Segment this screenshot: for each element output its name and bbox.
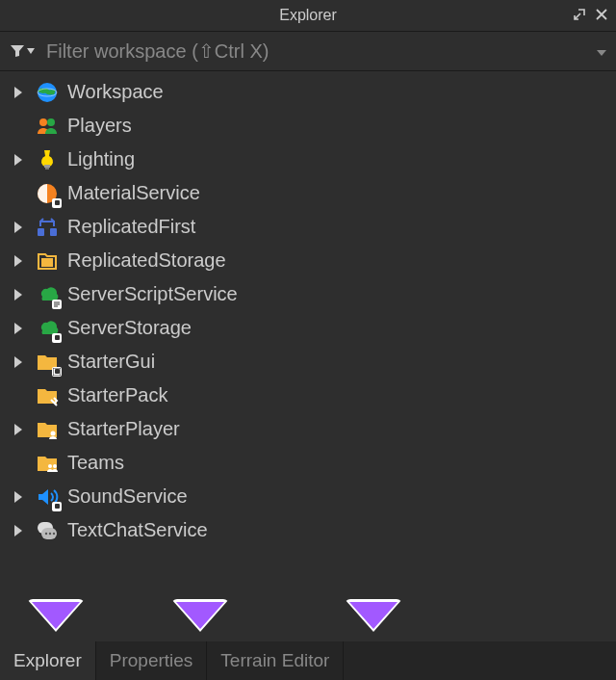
tree-item-replicatedstorage[interactable]: ReplicatedStorage bbox=[0, 244, 616, 277]
tree-item-label: Players bbox=[67, 115, 132, 137]
tree-item-label: ServerScriptService bbox=[67, 283, 238, 305]
svg-rect-11 bbox=[53, 368, 61, 376]
sound-service-icon bbox=[35, 484, 60, 510]
tree-item-label: SoundService bbox=[67, 485, 188, 508]
arrow-icon bbox=[345, 599, 402, 632]
tree-item-materialservice[interactable]: MaterialService bbox=[0, 176, 616, 210]
svg-point-13 bbox=[48, 464, 52, 468]
tree-item-label: StarterGui bbox=[67, 351, 155, 373]
tree-item-serverstorage[interactable]: ServerStorage bbox=[0, 311, 616, 345]
server-storage-icon bbox=[35, 316, 60, 341]
lighting-icon bbox=[35, 147, 60, 172]
tree-item-startergui[interactable]: StarterGui bbox=[0, 345, 616, 379]
svg-rect-9 bbox=[41, 258, 53, 267]
expand-toggle[interactable] bbox=[10, 424, 27, 435]
svg-point-18 bbox=[49, 532, 51, 534]
svg-rect-4 bbox=[44, 165, 50, 168]
material-service-icon bbox=[35, 181, 60, 206]
tree-item-players[interactable]: Players bbox=[0, 109, 616, 143]
workspace-icon bbox=[35, 80, 60, 105]
tab-terrain-editor[interactable]: Terrain Editor bbox=[207, 641, 344, 680]
tree-item-workspace[interactable]: Workspace bbox=[0, 75, 616, 109]
filter-icon[interactable] bbox=[10, 43, 35, 59]
svg-point-19 bbox=[53, 532, 55, 534]
tree-item-teams[interactable]: Teams bbox=[0, 446, 616, 480]
tab-bar: ExplorerPropertiesTerrain Editor bbox=[0, 641, 616, 680]
teams-icon bbox=[35, 451, 60, 476]
filter-row: Filter workspace (⇧Ctrl X) bbox=[0, 32, 616, 70]
replicated-first-icon bbox=[35, 215, 60, 240]
tree-item-label: MaterialService bbox=[67, 182, 200, 204]
expand-toggle[interactable] bbox=[10, 289, 27, 301]
expand-toggle[interactable] bbox=[10, 525, 27, 536]
tab-explorer[interactable]: Explorer bbox=[0, 641, 96, 680]
svg-point-14 bbox=[53, 464, 57, 468]
chevron-right-icon bbox=[14, 424, 22, 435]
tree-item-starterpack[interactable]: StarterPack bbox=[0, 379, 616, 412]
chevron-right-icon bbox=[14, 87, 22, 98]
expand-toggle[interactable] bbox=[10, 154, 27, 166]
undock-icon[interactable] bbox=[572, 7, 587, 25]
tree-item-label: StarterPack bbox=[67, 384, 167, 406]
arrow-icon bbox=[171, 599, 229, 632]
close-icon[interactable] bbox=[595, 8, 608, 24]
expand-toggle[interactable] bbox=[10, 255, 27, 267]
svg-rect-5 bbox=[45, 168, 49, 170]
svg-point-3 bbox=[47, 118, 55, 126]
svg-rect-8 bbox=[50, 228, 57, 236]
tree-item-label: TextChatService bbox=[67, 519, 208, 541]
starter-gui-icon bbox=[35, 350, 60, 375]
tree-item-soundservice[interactable]: SoundService bbox=[0, 480, 616, 513]
tree-item-label: Lighting bbox=[67, 148, 135, 170]
expand-toggle[interactable] bbox=[10, 356, 27, 368]
chevron-right-icon bbox=[14, 289, 22, 301]
chevron-right-icon bbox=[14, 525, 22, 536]
tree-item-label: ReplicatedFirst bbox=[67, 216, 195, 238]
starter-player-icon bbox=[35, 417, 60, 442]
expand-toggle[interactable] bbox=[10, 491, 27, 503]
tree-item-lighting[interactable]: Lighting bbox=[0, 143, 616, 176]
explorer-tree: Workspace Players Lighting MaterialServi… bbox=[0, 71, 616, 599]
tree-item-starterplayer[interactable]: StarterPlayer bbox=[0, 412, 616, 446]
chevron-right-icon bbox=[14, 491, 22, 503]
arrow-icon bbox=[27, 599, 85, 632]
svg-point-2 bbox=[39, 118, 47, 126]
tree-item-textchatservice[interactable]: TextChatService bbox=[0, 513, 616, 547]
title-bar: Explorer bbox=[0, 0, 616, 31]
filter-input[interactable]: Filter workspace (⇧Ctrl X) bbox=[46, 39, 585, 63]
filter-dropdown-icon[interactable] bbox=[597, 42, 606, 60]
tree-item-serverscriptservice[interactable]: ServerScriptService bbox=[0, 277, 616, 311]
expand-toggle[interactable] bbox=[10, 87, 27, 98]
tab-properties[interactable]: Properties bbox=[96, 641, 208, 680]
expand-toggle[interactable] bbox=[10, 323, 27, 334]
svg-point-12 bbox=[51, 431, 56, 435]
chevron-right-icon bbox=[14, 323, 22, 334]
chevron-right-icon bbox=[14, 255, 22, 267]
panel-title: Explorer bbox=[279, 7, 337, 24]
chevron-right-icon bbox=[14, 222, 22, 233]
tree-item-label: ReplicatedStorage bbox=[67, 249, 226, 272]
indicator-arrows bbox=[0, 599, 616, 641]
tree-item-label: ServerStorage bbox=[67, 317, 192, 339]
tree-item-label: Workspace bbox=[67, 81, 164, 103]
svg-point-17 bbox=[45, 532, 47, 534]
tree-item-label: StarterPlayer bbox=[67, 418, 180, 440]
expand-toggle[interactable] bbox=[10, 222, 27, 233]
tree-item-replicatedfirst[interactable]: ReplicatedFirst bbox=[0, 210, 616, 244]
chevron-right-icon bbox=[14, 356, 22, 368]
svg-rect-7 bbox=[38, 228, 44, 236]
server-script-icon bbox=[35, 282, 60, 307]
tree-item-label: Teams bbox=[67, 452, 124, 474]
players-icon bbox=[35, 114, 60, 139]
chevron-right-icon bbox=[14, 154, 22, 166]
replicated-storage-icon bbox=[35, 248, 60, 274]
starter-pack-icon bbox=[35, 383, 60, 408]
text-chat-icon bbox=[35, 518, 60, 543]
